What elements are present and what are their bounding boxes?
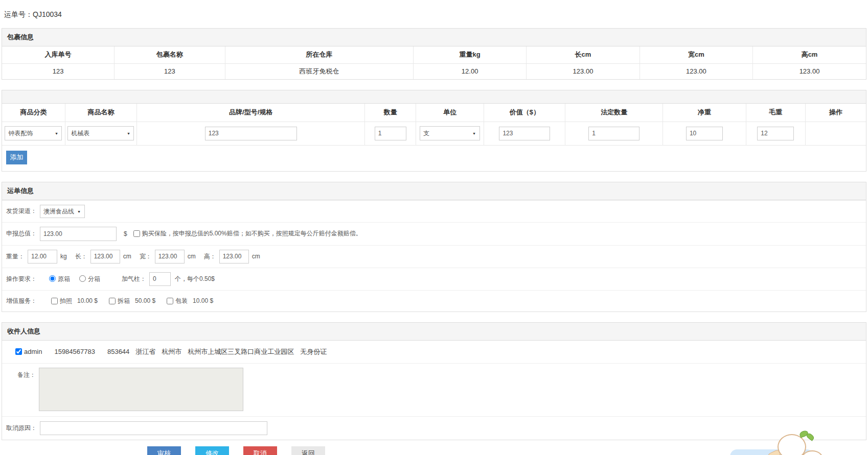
original-box-radio[interactable] — [49, 275, 56, 282]
recipient-postal-code: 853644 — [107, 348, 129, 355]
action-cell — [806, 122, 866, 145]
height-input[interactable] — [219, 250, 249, 264]
unit-select[interactable]: 支 — [420, 126, 480, 140]
unit-select-wrapper: 支 — [420, 126, 480, 140]
brand-model-input[interactable] — [205, 127, 297, 140]
col-header-warehouse: 所在仓库 — [225, 46, 413, 63]
col-header-length: 长cm — [527, 46, 639, 63]
recipient-row: admin 15984567783 853644 浙江省 杭州市 杭州市上城区三… — [2, 341, 866, 363]
declared-value-input[interactable] — [40, 227, 117, 241]
product-table: 商品分类 商品名称 品牌/型号/规格 数量 单位 价值（$） 法定数量 净重 毛… — [2, 104, 866, 146]
vas-unbox-price: 50.00 $ — [135, 297, 155, 304]
cell-length: 123.00 — [527, 63, 639, 79]
vas-photo-checkbox[interactable] — [51, 298, 58, 304]
vas-label: 增值服务： — [6, 297, 37, 305]
col-header-gross-weight: 毛重 — [746, 104, 806, 122]
col-header-inbound-no: 入库单号 — [2, 46, 115, 63]
vas-unbox-label: 拆箱 — [118, 297, 130, 305]
recipient-city: 杭州市 — [162, 347, 181, 356]
air-column-input[interactable] — [149, 272, 171, 286]
original-box-option[interactable]: 原箱 — [49, 275, 70, 283]
vas-packaging-price: 10.00 $ — [193, 297, 213, 304]
cancel-reason-label: 取消原因： — [6, 424, 37, 433]
dimensions-row: 重量： kg 长： cm 宽： cm 高： cm — [2, 245, 866, 268]
vas-item-photo: 拍照 10.00 $ — [51, 297, 98, 305]
cell-width: 123.00 — [639, 63, 752, 79]
length-label: 长： — [75, 252, 87, 261]
split-box-option[interactable]: 分箱 — [79, 275, 100, 283]
product-input-row: 钟表配饰 机械表 — [2, 122, 866, 145]
insurance-checkbox[interactable] — [133, 230, 140, 237]
insurance-label: 购买保险，按申报总值的5.00%赔偿；如不购买，按照规定每公斤赔付金额赔偿。 — [142, 229, 362, 238]
col-header-category: 商品分类 — [2, 104, 65, 122]
price-input[interactable] — [499, 127, 550, 140]
vas-packaging-label: 包装 — [175, 297, 188, 305]
channel-select-wrapper: 澳洲食品线 — [40, 205, 85, 218]
col-header-brand-model: 品牌/型号/规格 — [137, 104, 365, 122]
air-column-suffix: 个，每个0.50$ — [175, 275, 215, 283]
package-section: 包裹信息 入库单号 包裹名称 所在仓库 重量kg 长cm 宽cm 高cm — [2, 28, 866, 80]
vas-item-packaging: 包装 10.00 $ — [167, 297, 213, 305]
mascot-chat-widget[interactable] — [726, 430, 833, 455]
net-weight-input[interactable] — [686, 127, 723, 140]
audit-button[interactable]: 审核 — [147, 446, 181, 455]
cell-package-name: 123 — [115, 63, 225, 79]
height-label: 高： — [204, 252, 216, 261]
recipient-section-title: 收件人信息 — [2, 323, 866, 341]
col-header-quantity: 数量 — [365, 104, 416, 122]
length-unit: cm — [123, 253, 131, 260]
legal-quantity-input[interactable] — [588, 127, 639, 140]
waybill-number-title: 运单号：QJ10034 — [2, 0, 866, 28]
category-select[interactable]: 钟表配饰 — [5, 126, 62, 140]
width-input[interactable] — [155, 250, 185, 264]
col-header-package-name: 包裹名称 — [115, 46, 225, 63]
weight-unit: kg — [60, 253, 67, 260]
package-table: 入库单号 包裹名称 所在仓库 重量kg 长cm 宽cm 高cm 123 123 … — [2, 46, 866, 79]
vas-unbox-checkbox[interactable] — [109, 298, 116, 304]
cell-inbound-no: 123 — [2, 63, 115, 79]
quantity-input[interactable] — [375, 127, 406, 140]
cell-weight: 12.00 — [413, 63, 526, 79]
split-box-radio[interactable] — [79, 275, 86, 282]
currency-symbol: $ — [124, 230, 127, 237]
operation-label: 操作要求： — [6, 275, 37, 283]
waybill-section-title: 运单信息 — [2, 182, 866, 200]
col-header-weight: 重量kg — [413, 46, 526, 63]
mascot-sprout-leaf-icon — [806, 432, 815, 441]
remark-textarea[interactable] — [39, 368, 243, 411]
col-header-value: 价值（$） — [484, 104, 565, 122]
recipient-address: 杭州市上城区三叉路口商业工业园区 — [188, 347, 294, 356]
split-box-label: 分箱 — [88, 275, 100, 282]
weight-input[interactable] — [28, 250, 57, 264]
back-button[interactable]: 返回 — [291, 446, 325, 455]
add-button[interactable]: 添加 — [6, 151, 27, 164]
recipient-phone: 15984567783 — [54, 348, 95, 355]
package-header-row: 入库单号 包裹名称 所在仓库 重量kg 长cm 宽cm 高cm — [2, 46, 866, 63]
cancel-button[interactable]: 取消 — [243, 446, 277, 455]
cancel-reason-input[interactable] — [40, 421, 267, 435]
package-section-title: 包裹信息 — [2, 29, 866, 46]
product-name-select-wrapper: 机械表 — [67, 126, 134, 140]
weight-label: 重量： — [6, 252, 25, 261]
col-header-unit: 单位 — [416, 104, 484, 122]
declared-value-label: 申报总值： — [6, 229, 37, 238]
channel-select[interactable]: 澳洲食品线 — [40, 205, 85, 218]
modify-button[interactable]: 修改 — [195, 446, 229, 455]
remark-row: 备注： — [2, 363, 866, 416]
vas-item-unbox: 拆箱 50.00 $ — [109, 297, 155, 305]
product-section-header-strip — [2, 90, 866, 104]
vas-row: 增值服务： 拍照 10.00 $ 拆箱 50.00 $ 包装 10.00 $ — [2, 290, 866, 312]
main-content: 运单号：QJ10034 包裹信息 入库单号 包裹名称 所在仓库 重量kg 长cm… — [2, 0, 866, 455]
length-input[interactable] — [90, 250, 120, 264]
height-unit: cm — [252, 253, 260, 260]
recipient-checkbox[interactable] — [15, 348, 22, 355]
vas-packaging-checkbox[interactable] — [167, 298, 173, 304]
recipient-section: 收件人信息 admin 15984567783 853644 浙江省 杭州市 杭… — [2, 322, 866, 440]
original-box-label: 原箱 — [58, 275, 70, 282]
gross-weight-input[interactable] — [757, 127, 794, 140]
product-name-select[interactable]: 机械表 — [67, 126, 134, 140]
waybill-section: 运单信息 发货渠道： 澳洲食品线 申报总值： $ 购买保险，按申报总值的5.00… — [2, 182, 866, 312]
col-header-height: 高cm — [753, 46, 866, 63]
col-header-action: 操作 — [806, 104, 866, 122]
channel-label: 发货渠道： — [6, 207, 37, 215]
